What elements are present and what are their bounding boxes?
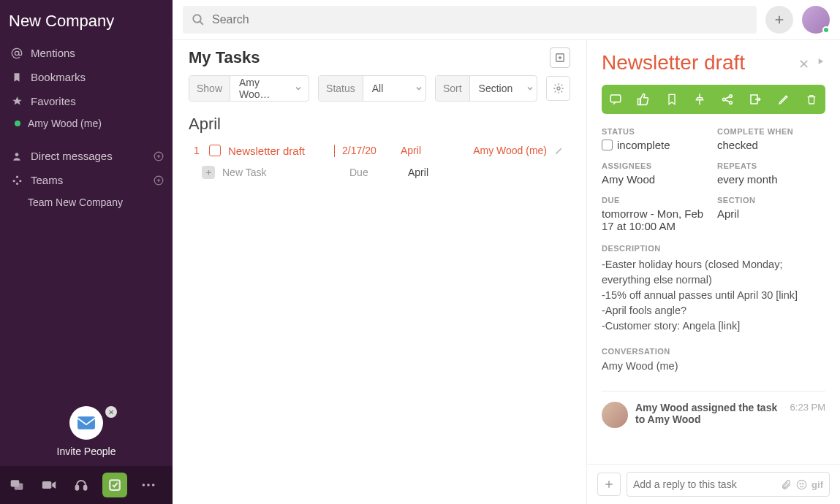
filter-value[interactable]: Amy Woo… (230, 76, 309, 101)
main: My Tasks Show Amy Woo… Status All (173, 0, 840, 504)
user-avatar[interactable] (802, 6, 830, 34)
details-panel: Newsletter draft ✕ (586, 39, 840, 504)
filter-label: Sort (436, 76, 470, 101)
sidebar-favorite-me[interactable]: Amy Wood (me) (0, 113, 173, 134)
svg-point-20 (557, 87, 560, 90)
tasks-title: My Tasks (189, 48, 550, 67)
share-button[interactable] (717, 93, 738, 106)
desc-line: -Easter holiday hours (closed Monday; ev… (602, 257, 825, 288)
reply-add-button[interactable] (597, 473, 621, 496)
new-task-title[interactable]: New Task (222, 167, 342, 178)
sidebar-header-dm[interactable]: Direct messages (0, 144, 173, 168)
meta-status[interactable]: STATUS incomplete (602, 127, 710, 151)
svg-rect-8 (77, 416, 95, 429)
svg-point-15 (143, 484, 145, 486)
sidebar-team-item[interactable]: Team New Company (0, 192, 173, 213)
like-button[interactable] (633, 93, 654, 106)
sidebar-item-favorites[interactable]: Favorites (0, 89, 173, 113)
search-input-wrap[interactable] (183, 6, 757, 34)
add-task-button[interactable] (550, 47, 570, 68)
sidebar-item-bookmarks[interactable]: Bookmarks (0, 65, 173, 89)
emoji-button[interactable] (796, 479, 807, 490)
person-icon (10, 151, 23, 161)
new-task-section: April (408, 167, 452, 178)
desc-line: -Customer story: Angela [link] (602, 318, 825, 334)
video-icon[interactable] (38, 474, 60, 496)
meta-repeats[interactable]: REPEATS every month (717, 161, 825, 186)
svg-point-16 (147, 484, 150, 486)
svg-rect-12 (76, 486, 79, 490)
task-row[interactable]: 1 Newsletter draft 2/17/20 April Amy Woo… (189, 140, 570, 161)
tasks-pane: My Tasks Show Amy Woo… Status All (173, 39, 586, 504)
chevron-down-icon (294, 84, 303, 93)
meta-section[interactable]: SECTION April (717, 196, 825, 232)
detail-title[interactable]: Newsletter draft (602, 52, 798, 75)
section-heading[interactable]: April (189, 115, 570, 134)
chat-icon[interactable] (6, 474, 28, 496)
filter-value[interactable]: All (363, 76, 426, 101)
filter-sort[interactable]: Sort Section (435, 75, 537, 102)
reply-bar: gif (587, 464, 840, 504)
expand-panel-button[interactable] (815, 56, 825, 72)
activity-avatar[interactable] (602, 402, 628, 428)
company-name[interactable]: New Company (0, 0, 173, 38)
filter-settings-button[interactable] (546, 76, 570, 101)
task-section: April (401, 145, 444, 156)
new-task-row[interactable]: ＋ New Task Due April (189, 161, 570, 183)
sidebar-label: Direct messages (31, 150, 113, 162)
action-bar (602, 85, 825, 114)
filter-label: Show (189, 76, 230, 101)
add-team-button[interactable] (152, 174, 165, 187)
reply-input[interactable] (633, 478, 776, 490)
bookmark-button[interactable] (662, 93, 682, 106)
conversation-participants[interactable]: Amy Wood (me) (602, 360, 825, 372)
presence-dot-icon (15, 121, 20, 126)
filter-value[interactable]: Section (470, 76, 537, 101)
meta-complete-when[interactable]: COMPLETE WHEN checked (717, 127, 825, 151)
meta-due[interactable]: DUE tomorrow - Mon, Feb 17 at 10:00 AM (602, 196, 710, 232)
task-edit-button[interactable] (554, 145, 567, 156)
star-icon (10, 96, 23, 107)
gif-button[interactable]: gif (811, 479, 823, 490)
add-dm-button[interactable] (152, 150, 165, 163)
sidebar-label: Favorites (31, 95, 76, 107)
svg-point-3 (15, 176, 18, 178)
sidebar-label: Bookmarks (31, 71, 86, 83)
more-icon[interactable] (137, 474, 159, 496)
svg-point-27 (800, 483, 801, 484)
move-button[interactable] (745, 93, 765, 106)
reply-input-wrap[interactable]: gif (627, 472, 830, 497)
meta-assignees[interactable]: ASSIGNEES Amy Wood (602, 161, 710, 186)
chevron-down-icon (526, 84, 534, 93)
filter-show[interactable]: Show Amy Woo… (189, 75, 309, 102)
global-add-button[interactable] (765, 6, 793, 34)
search-input[interactable] (212, 13, 748, 26)
new-task-plus[interactable]: ＋ (202, 166, 215, 179)
pin-button[interactable] (689, 93, 710, 106)
invite-close-button[interactable]: ✕ (105, 406, 117, 418)
svg-point-26 (797, 480, 806, 489)
headset-icon[interactable] (70, 474, 92, 496)
edit-button[interactable] (773, 93, 794, 105)
pencil-icon (554, 145, 564, 156)
presence-dot-icon (822, 26, 830, 34)
bottom-bar (0, 466, 173, 504)
bookmark-icon (10, 72, 23, 83)
task-title[interactable]: Newsletter draft (228, 145, 335, 157)
description-body[interactable]: -Easter holiday hours (closed Monday; ev… (602, 257, 825, 334)
sidebar-header-teams[interactable]: Teams (0, 168, 173, 192)
comment-button[interactable] (605, 93, 626, 106)
attach-button[interactable] (781, 479, 792, 490)
invite-people[interactable]: ✕ Invite People (0, 406, 173, 457)
task-checkbox[interactable] (209, 145, 221, 156)
close-panel-button[interactable]: ✕ (798, 56, 809, 72)
invite-icon-circle (69, 406, 103, 440)
tasks-icon[interactable] (102, 473, 127, 497)
filter-status[interactable]: Status All (318, 75, 426, 102)
sidebar-item-mentions[interactable]: Mentions (0, 41, 173, 65)
status-checkbox[interactable] (602, 140, 613, 150)
svg-point-6 (15, 183, 18, 185)
topbar (173, 0, 840, 39)
delete-button[interactable] (801, 93, 822, 106)
svg-point-4 (12, 180, 15, 182)
